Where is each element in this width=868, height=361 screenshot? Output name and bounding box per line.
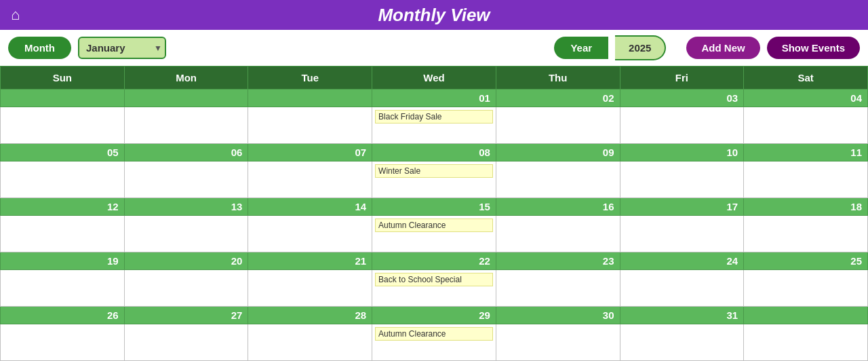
day-header-sun: Sun bbox=[1, 66, 125, 90]
day-header-mon: Mon bbox=[124, 66, 248, 90]
week-date-row-1: 01020304 bbox=[1, 90, 868, 107]
date-cell-25[interactable]: 25 bbox=[744, 252, 868, 270]
page-header: ⌂ Monthly View bbox=[0, 0, 868, 30]
show-events-button[interactable]: Show Events bbox=[767, 37, 860, 59]
empty-event-cell bbox=[248, 107, 372, 144]
empty-event-cell bbox=[620, 324, 744, 361]
empty-event-cell bbox=[620, 270, 744, 307]
date-cell-21[interactable]: 21 bbox=[248, 252, 372, 270]
date-cell-06[interactable]: 06 bbox=[124, 144, 248, 162]
empty-event-cell bbox=[1, 107, 125, 144]
date-cell-08[interactable]: 08 bbox=[372, 144, 496, 162]
empty-event-cell bbox=[496, 162, 620, 198]
month-select[interactable]: JanuaryFebruaryMarchAprilMayJuneJulyAugu… bbox=[78, 37, 166, 59]
empty-event-cell bbox=[248, 162, 372, 198]
date-cell-16[interactable]: 16 bbox=[496, 198, 620, 216]
date-cell-19[interactable]: 19 bbox=[1, 252, 125, 270]
empty-event-cell bbox=[744, 216, 868, 252]
week-date-row-5: 262728293031 bbox=[1, 307, 868, 324]
day-header-tue: Tue bbox=[248, 66, 372, 90]
empty-event-cell bbox=[124, 270, 248, 307]
empty-event-cell bbox=[496, 107, 620, 144]
week-event-row-2: Winter Sale bbox=[1, 162, 868, 198]
event-cell: Autumn Clearance bbox=[372, 324, 496, 361]
empty-event-cell bbox=[248, 270, 372, 307]
date-cell-13[interactable]: 13 bbox=[124, 198, 248, 216]
add-new-button[interactable]: Add New bbox=[686, 37, 760, 59]
week-event-row-4: Back to School Special bbox=[1, 270, 868, 307]
event-label[interactable]: Autumn Clearance bbox=[375, 327, 493, 341]
day-header-wed: Wed bbox=[372, 66, 496, 90]
day-header-fri: Fri bbox=[620, 66, 744, 90]
calendar-header-row: SunMonTueWedThuFriSat bbox=[1, 66, 868, 90]
empty-event-cell bbox=[744, 107, 868, 144]
date-cell-10[interactable]: 10 bbox=[620, 144, 744, 162]
date-cell-14[interactable]: 14 bbox=[248, 198, 372, 216]
date-cell-24[interactable]: 24 bbox=[620, 252, 744, 270]
empty-event-cell bbox=[1, 324, 125, 361]
event-label[interactable]: Back to School Special bbox=[375, 273, 493, 286]
date-cell-17[interactable]: 17 bbox=[620, 198, 744, 216]
year-value: 2025 bbox=[615, 35, 666, 60]
empty-event-cell bbox=[496, 270, 620, 307]
empty-event-cell bbox=[620, 216, 744, 252]
controls-bar: Month JanuaryFebruaryMarchAprilMayJuneJu… bbox=[0, 30, 868, 66]
empty-event-cell bbox=[744, 162, 868, 198]
date-cell-04[interactable]: 04 bbox=[744, 90, 868, 107]
date-cell-12[interactable]: 12 bbox=[1, 198, 125, 216]
empty-date-cell bbox=[124, 90, 248, 107]
empty-event-cell bbox=[496, 216, 620, 252]
event-label[interactable]: Winter Sale bbox=[375, 164, 493, 178]
date-cell-31[interactable]: 31 bbox=[620, 307, 744, 324]
date-cell-15[interactable]: 15 bbox=[372, 198, 496, 216]
date-cell-27[interactable]: 27 bbox=[124, 307, 248, 324]
date-cell-29[interactable]: 29 bbox=[372, 307, 496, 324]
empty-event-cell bbox=[1, 270, 125, 307]
empty-event-cell bbox=[248, 324, 372, 361]
empty-event-cell bbox=[620, 162, 744, 198]
empty-event-cell bbox=[744, 324, 868, 361]
date-cell-23[interactable]: 23 bbox=[496, 252, 620, 270]
page-title: Monthly View bbox=[378, 5, 490, 26]
date-cell-28[interactable]: 28 bbox=[248, 307, 372, 324]
event-cell: Autumn Clearance bbox=[372, 216, 496, 252]
empty-event-cell bbox=[744, 270, 868, 307]
calendar-table: SunMonTueWedThuFriSat 01020304Black Frid… bbox=[0, 66, 868, 361]
day-header-sat: Sat bbox=[744, 66, 868, 90]
empty-event-cell bbox=[124, 324, 248, 361]
empty-event-cell bbox=[496, 324, 620, 361]
empty-event-cell bbox=[1, 216, 125, 252]
date-cell-01[interactable]: 01 bbox=[372, 90, 496, 107]
empty-date-cell bbox=[744, 307, 868, 324]
empty-event-cell bbox=[1, 162, 125, 198]
week-event-row-3: Autumn Clearance bbox=[1, 216, 868, 252]
home-icon[interactable]: ⌂ bbox=[11, 6, 20, 24]
week-date-row-4: 19202122232425 bbox=[1, 252, 868, 270]
event-label[interactable]: Autumn Clearance bbox=[375, 218, 493, 232]
event-label[interactable]: Black Friday Sale bbox=[375, 110, 493, 124]
date-cell-22[interactable]: 22 bbox=[372, 252, 496, 270]
month-label: Month bbox=[8, 37, 71, 59]
empty-event-cell bbox=[124, 216, 248, 252]
date-cell-11[interactable]: 11 bbox=[744, 144, 868, 162]
empty-event-cell bbox=[248, 216, 372, 252]
date-cell-30[interactable]: 30 bbox=[496, 307, 620, 324]
day-header-thu: Thu bbox=[496, 66, 620, 90]
date-cell-18[interactable]: 18 bbox=[744, 198, 868, 216]
date-cell-05[interactable]: 05 bbox=[1, 144, 125, 162]
week-event-row-5: Autumn Clearance bbox=[1, 324, 868, 361]
date-cell-02[interactable]: 02 bbox=[496, 90, 620, 107]
event-cell: Winter Sale bbox=[372, 162, 496, 198]
week-event-row-1: Black Friday Sale bbox=[1, 107, 868, 144]
year-label: Year bbox=[554, 37, 608, 59]
empty-event-cell bbox=[124, 107, 248, 144]
calendar-body: 01020304Black Friday Sale05060708091011W… bbox=[1, 90, 868, 361]
date-cell-07[interactable]: 07 bbox=[248, 144, 372, 162]
month-select-wrapper: JanuaryFebruaryMarchAprilMayJuneJulyAugu… bbox=[78, 37, 166, 59]
date-cell-20[interactable]: 20 bbox=[124, 252, 248, 270]
date-cell-26[interactable]: 26 bbox=[1, 307, 125, 324]
date-cell-09[interactable]: 09 bbox=[496, 144, 620, 162]
event-cell: Back to School Special bbox=[372, 270, 496, 307]
empty-date-cell bbox=[1, 90, 125, 107]
date-cell-03[interactable]: 03 bbox=[620, 90, 744, 107]
